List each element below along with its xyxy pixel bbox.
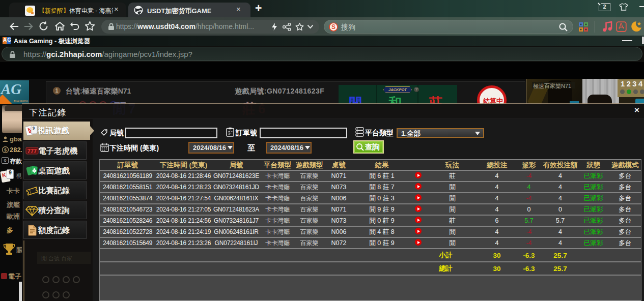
svg-text:777: 777 bbox=[27, 148, 37, 154]
svg-text:9: 9 bbox=[33, 126, 35, 131]
svg-text:S: S bbox=[331, 23, 335, 31]
svg-text:$: $ bbox=[4, 147, 7, 153]
